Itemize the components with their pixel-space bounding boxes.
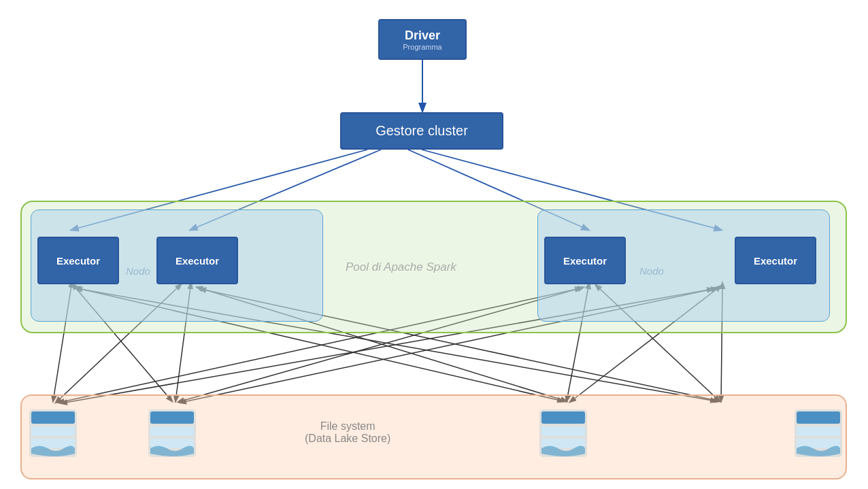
svg-rect-21 — [31, 411, 75, 424]
fs-label: File system(Data Lake Store) — [305, 420, 390, 445]
cluster-manager-label: Gestore cluster — [375, 123, 468, 139]
storage-icon-4 — [791, 406, 846, 460]
svg-rect-26 — [150, 426, 194, 436]
svg-rect-22 — [31, 426, 75, 436]
executor-label-r1: Executor — [563, 255, 607, 267]
svg-rect-34 — [797, 426, 840, 436]
svg-rect-33 — [797, 411, 840, 424]
cluster-manager-box: Gestore cluster — [340, 112, 503, 150]
executor-label-r2: Executor — [754, 255, 797, 267]
svg-rect-29 — [541, 411, 585, 424]
executor-label-l2: Executor — [176, 255, 219, 267]
pool-label-text: Pool di Apache Spark — [346, 260, 456, 273]
driver-box: Driver Programma — [378, 19, 467, 60]
diagram-container: Driver Programma Gestore cluster Executo… — [0, 0, 868, 489]
nodo-label-right: Nodo — [639, 265, 664, 277]
storage-icon-2 — [145, 406, 199, 460]
executor-box-left1: Executor — [37, 237, 119, 284]
fs-label-text: File system(Data Lake Store) — [305, 420, 390, 444]
storage-icon-1 — [26, 406, 80, 460]
storage-icon-3 — [536, 406, 590, 460]
svg-rect-25 — [150, 411, 194, 424]
driver-title: Driver — [405, 29, 440, 43]
svg-rect-30 — [541, 426, 585, 436]
executor-box-right2: Executor — [735, 237, 816, 284]
driver-subtitle: Programma — [403, 43, 441, 51]
executor-box-right1: Executor — [544, 237, 626, 284]
nodo-label-left: Nodo — [126, 265, 150, 277]
pool-label: Pool di Apache Spark — [346, 260, 456, 274]
executor-label-l1: Executor — [56, 255, 100, 267]
executor-box-left2: Executor — [156, 237, 238, 284]
